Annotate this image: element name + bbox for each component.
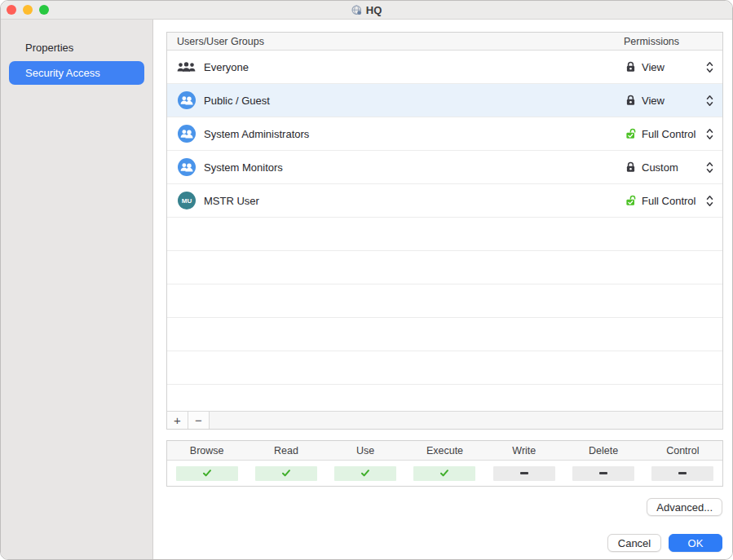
group-circle-icon (178, 91, 196, 109)
permission-level-label: View (642, 95, 665, 107)
matrix-cell-wrap (246, 466, 325, 481)
user-group-name: System Administrators (204, 128, 309, 140)
advanced-button-label: Advanced... (656, 501, 713, 514)
permission-popup[interactable]: Full Control (625, 195, 695, 207)
sidebar-item-security-access[interactable]: Security Access (9, 61, 144, 85)
table-row[interactable]: Public / Guest View (167, 84, 722, 117)
matrix-cell-wrap (326, 466, 405, 481)
minus-icon: − (195, 414, 202, 426)
cancel-button-label: Cancel (618, 537, 651, 549)
permission-denied-cell[interactable] (493, 466, 555, 481)
globe-icon (351, 5, 362, 15)
acl-rows: Everyone View Public (167, 51, 722, 411)
group-circle-icon (178, 125, 196, 143)
table-row[interactable]: System Monitors Custom (167, 151, 722, 184)
permission-popup[interactable]: Full Control (625, 128, 695, 140)
user-group-name: Everyone (204, 61, 249, 73)
permission-level-label: Custom (642, 161, 678, 174)
row-icon-box (177, 125, 196, 143)
dash-icon (599, 472, 607, 474)
plus-icon: + (174, 414, 181, 426)
table-footer-toolbar: + − (167, 411, 722, 429)
permission-granted-cell[interactable] (334, 466, 396, 481)
user-initials-avatar: MU (178, 192, 196, 209)
users-column-header: Users/User Groups (177, 36, 264, 47)
user-group-name: MSTR User (204, 195, 259, 207)
users-permissions-table: Users/User Groups Permissions Everyone V… (166, 32, 723, 430)
check-icon (439, 469, 449, 478)
row-icon-box: MU (177, 192, 196, 209)
check-icon (281, 469, 291, 478)
table-header: Users/User Groups Permissions (167, 33, 722, 51)
up-down-chevrons-icon[interactable] (706, 128, 713, 140)
matrix-cell-wrap (643, 466, 722, 481)
lock-closed-icon (625, 161, 636, 173)
permissions-column-header: Permissions (624, 36, 679, 47)
permission-matrix: BrowseReadUseExecuteWriteDeleteControl (166, 440, 723, 487)
permission-level-label: Full Control (642, 195, 695, 207)
empty-table-row (167, 284, 722, 318)
matrix-column-header: Use (326, 445, 405, 456)
ok-button[interactable]: OK (669, 534, 722, 552)
matrix-column-header: Read (246, 445, 325, 456)
close-window-button[interactable] (7, 5, 16, 15)
empty-table-row (167, 318, 722, 351)
matrix-cell-wrap (563, 466, 642, 481)
sidebar-item-label: Security Access (25, 67, 100, 79)
matrix-cell-wrap (484, 466, 563, 481)
advanced-button[interactable]: Advanced... (647, 498, 722, 516)
table-row[interactable]: Everyone View (167, 51, 722, 84)
title-bar: HQ (1, 1, 732, 20)
table-row[interactable]: MU MSTR User Full Control (167, 184, 722, 218)
dialog-actions: Cancel OK (607, 534, 722, 552)
row-icon-box (177, 61, 196, 73)
lock-open-check-icon (625, 195, 636, 206)
matrix-column-header: Write (484, 445, 563, 456)
empty-table-row (167, 385, 722, 411)
permission-denied-cell[interactable] (572, 466, 634, 481)
remove-user-button[interactable]: − (188, 412, 210, 429)
check-icon (202, 469, 212, 478)
matrix-column-header: Delete (563, 445, 642, 456)
permission-denied-cell[interactable] (651, 466, 713, 481)
window-title-area: HQ (1, 1, 732, 19)
dash-icon (520, 472, 528, 474)
empty-table-row (167, 351, 722, 385)
empty-table-row (167, 251, 722, 284)
matrix-column-header: Execute (405, 445, 484, 456)
matrix-body (167, 461, 722, 486)
permission-granted-cell[interactable] (176, 466, 238, 481)
check-icon (360, 469, 370, 478)
sidebar-item-properties[interactable]: Properties (9, 37, 144, 58)
up-down-chevrons-icon[interactable] (706, 95, 713, 107)
permission-popup[interactable]: View (625, 95, 665, 107)
lock-open-check-icon (625, 128, 636, 139)
matrix-column-header: Browse (167, 445, 246, 456)
zoom-window-button[interactable] (39, 5, 49, 15)
up-down-chevrons-icon[interactable] (706, 61, 713, 73)
add-user-button[interactable]: + (167, 412, 188, 429)
permission-granted-cell[interactable] (255, 466, 317, 481)
permission-popup[interactable]: View (625, 61, 665, 73)
dash-icon (678, 472, 687, 474)
permission-popup[interactable]: Custom (625, 161, 678, 174)
security-access-panel: Users/User Groups Permissions Everyone V… (153, 20, 732, 560)
cancel-button[interactable]: Cancel (607, 534, 661, 552)
matrix-column-header: Control (643, 445, 722, 456)
user-group-name: Public / Guest (204, 95, 270, 107)
lock-closed-icon (625, 61, 636, 73)
up-down-chevrons-icon[interactable] (706, 195, 713, 207)
minimize-window-button[interactable] (23, 5, 33, 15)
window-controls (7, 5, 49, 15)
matrix-cell-wrap (405, 466, 484, 481)
table-row[interactable]: System Administrators Full Control (167, 117, 722, 151)
up-down-chevrons-icon[interactable] (706, 161, 713, 174)
row-icon-box (177, 91, 196, 109)
window-title: HQ (366, 4, 382, 16)
matrix-header: BrowseReadUseExecuteWriteDeleteControl (167, 441, 722, 461)
permission-level-label: Full Control (642, 128, 695, 140)
ok-button-label: OK (688, 537, 704, 549)
group-circle-icon (178, 158, 196, 176)
svg-text:MU: MU (181, 197, 192, 205)
permission-granted-cell[interactable] (413, 466, 475, 481)
